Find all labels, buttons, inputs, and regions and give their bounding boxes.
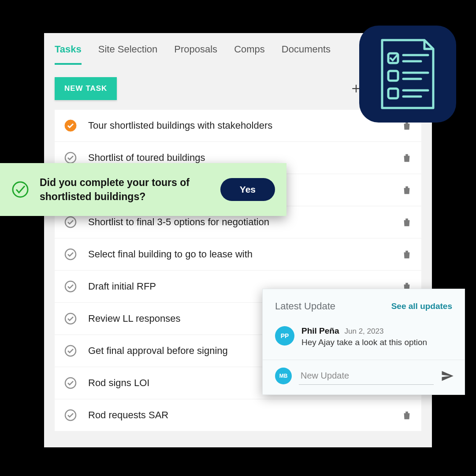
check-incomplete-icon[interactable] [64,152,77,164]
new-update-input[interactable] [299,367,434,385]
check-incomplete-icon[interactable] [64,216,77,228]
tab-site-selection[interactable]: Site Selection [98,44,158,63]
svg-point-21 [13,182,28,197]
update-message: Hey Ajay take a look at this option [301,338,452,347]
completion-prompt-card: Did you complete your tours of shortlist… [0,163,286,216]
svg-point-11 [65,410,76,420]
check-incomplete-icon[interactable] [64,280,77,293]
check-incomplete-icon[interactable] [64,377,77,389]
check-circle-icon [11,181,29,198]
check-incomplete-icon[interactable] [64,345,77,357]
trash-icon[interactable] [402,410,412,420]
trash-icon[interactable] [402,249,412,260]
tab-tasks[interactable]: Tasks [55,44,82,65]
task-title: Shortlist of toured buildings [88,152,402,164]
see-all-updates-link[interactable]: See all updates [391,301,452,311]
current-user-avatar: MB [275,368,292,384]
task-row[interactable]: Rod requests SAR [55,399,421,431]
trash-icon[interactable] [402,217,412,227]
author-avatar: PP [275,326,294,346]
svg-point-6 [65,249,76,260]
task-title: Rod requests SAR [88,409,402,421]
new-task-button[interactable]: NEW TASK [55,77,117,100]
svg-rect-18 [388,89,398,98]
send-icon[interactable] [441,369,454,383]
update-input-row: MB [263,360,465,394]
update-date: Jun 2, 2023 [345,327,384,336]
svg-rect-15 [388,71,398,81]
svg-point-7 [65,281,76,292]
update-content: Phil Peña Jun 2, 2023 Hey Ajay take a lo… [301,326,452,347]
tab-documents[interactable]: Documents [282,44,331,63]
check-incomplete-icon[interactable] [64,312,77,325]
trash-icon[interactable] [402,152,412,163]
update-panel-title: Latest Update [275,301,335,312]
trash-icon[interactable] [402,185,412,195]
svg-point-8 [65,313,76,324]
latest-update-panel: Latest Update See all updates PP Phil Pe… [262,289,465,395]
svg-point-10 [65,378,76,388]
update-author-name: Phil Peña [301,326,339,336]
task-row[interactable]: Select final building to go to lease wit… [55,238,421,271]
task-title: Tour shortlisted buildings with stakehol… [88,120,402,131]
prompt-yes-button[interactable]: Yes [220,178,275,201]
prompt-question-text: Did you complete your tours of shortlist… [40,175,210,204]
svg-point-9 [65,346,76,356]
check-incomplete-icon[interactable] [64,409,77,421]
tab-proposals[interactable]: Proposals [174,44,217,63]
update-header: Latest Update See all updates [263,289,465,322]
task-title: Select final building to go to lease wit… [88,249,402,260]
tab-comps[interactable]: Comps [234,44,265,63]
check-complete-icon[interactable] [64,119,77,132]
svg-point-5 [65,217,76,227]
update-body: PP Phil Peña Jun 2, 2023 Hey Ajay take a… [263,322,465,360]
task-title: Shortlist to final 3-5 options for negot… [88,216,402,228]
check-incomplete-icon[interactable] [64,248,77,260]
checklist-hero-badge [359,26,456,123]
checklist-document-icon [377,37,439,112]
svg-point-3 [65,152,76,163]
